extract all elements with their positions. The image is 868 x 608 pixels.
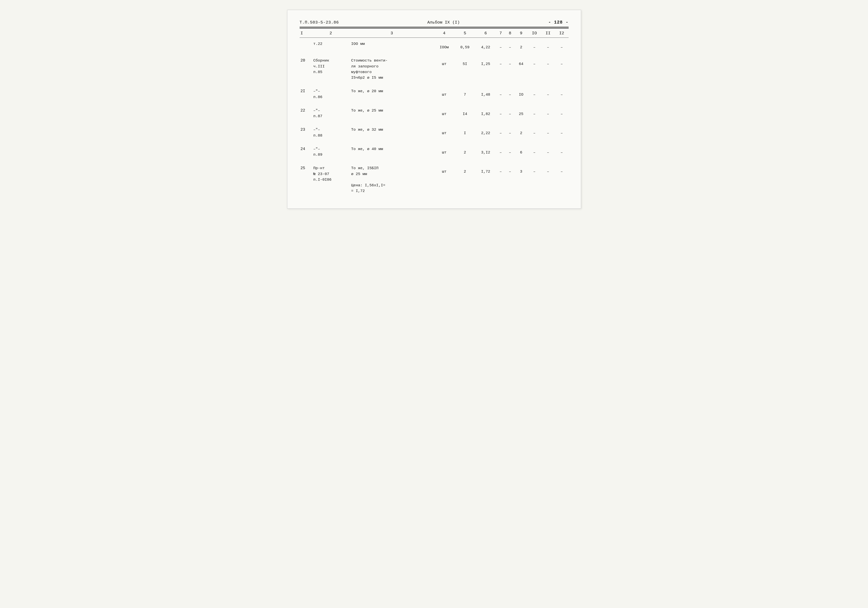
spacer-row	[300, 159, 569, 162]
cell-qty: 5I	[454, 54, 475, 82]
cell-ref: –"–п.87	[312, 104, 350, 121]
cell-col10: –	[527, 85, 541, 101]
cell-ref: –"–п.86	[312, 85, 350, 101]
cell-col7: –	[496, 124, 505, 140]
col-header-5: 5	[454, 28, 475, 38]
cell-col9: 6	[515, 143, 528, 159]
spacer-row	[300, 121, 569, 124]
cell-unit: шт	[434, 124, 455, 140]
col-header-3: 3	[350, 28, 434, 38]
cell-col8: –	[505, 85, 515, 101]
cell-col9: 2	[515, 38, 528, 52]
cell-col7: –	[496, 104, 505, 121]
cell-col8: –	[505, 124, 515, 140]
col-header-1: I	[300, 28, 312, 38]
cell-desc: Стоимость венти-ля запорногомуфтовогоI5ч…	[350, 54, 434, 82]
cell-col12: –	[555, 104, 569, 121]
cell-num: 23	[300, 124, 312, 140]
cell-col7: –	[496, 54, 505, 82]
table-row: 22–"–п.87То же, ø 25 ммштI4I,82––25–––	[300, 104, 569, 121]
cell-col9: 3	[515, 162, 528, 195]
cell-col8: –	[505, 162, 515, 195]
table-row: 25Пр-нт№ 23-07п.I-0I86То же, I5БIПø 25 м…	[300, 162, 569, 195]
spacer-row	[300, 82, 569, 85]
cell-col8: –	[505, 104, 515, 121]
cell-price: 3,I2	[475, 143, 496, 159]
spacer-row	[300, 51, 569, 54]
cell-col8: –	[505, 38, 515, 52]
cell-col9: 2	[515, 124, 528, 140]
cell-qty: 2	[454, 162, 475, 195]
cell-price: I,48	[475, 85, 496, 101]
cell-col10: –	[527, 104, 541, 121]
column-header-row: I 2 3 4 5 6 7 8 9 IO II I2	[300, 28, 569, 38]
cell-col11: –	[541, 143, 555, 159]
cell-col11: –	[541, 54, 555, 82]
spacer-row	[300, 196, 569, 199]
cell-qty: 2	[454, 143, 475, 159]
cell-ref: –"–п.88	[312, 124, 350, 140]
cell-col7: –	[496, 162, 505, 195]
cell-col12: –	[555, 162, 569, 195]
cell-col7: –	[496, 85, 505, 101]
cell-qty: 0,59	[454, 38, 475, 52]
cell-desc: То же, ø 25 мм	[350, 104, 434, 121]
cell-unit: шт	[434, 143, 455, 159]
cell-unit: шт	[434, 104, 455, 121]
cell-col12: –	[555, 85, 569, 101]
cell-col11: –	[541, 38, 555, 52]
cell-num: 2I	[300, 85, 312, 101]
top-divider	[300, 27, 569, 27]
col-header-4: 4	[434, 28, 455, 38]
cell-num: 24	[300, 143, 312, 159]
cell-qty: I	[454, 124, 475, 140]
col-header-7: 7	[496, 28, 505, 38]
cell-unit: IOOм	[434, 38, 455, 52]
cell-desc: IOO мм	[350, 38, 434, 52]
cell-col7: –	[496, 143, 505, 159]
cell-col10: –	[527, 143, 541, 159]
cell-col7: –	[496, 38, 505, 52]
cell-price: 4,22	[475, 38, 496, 52]
table-row: 24–"–п.89То же, ø 40 ммшт23,I2––6–––	[300, 143, 569, 159]
cell-col12: –	[555, 54, 569, 82]
cell-ref: т.22	[312, 38, 350, 52]
page-container: Т.П.503-5-23.86 Альбом IX (I) - 128 - I …	[287, 10, 581, 208]
cell-price: 2,22	[475, 124, 496, 140]
cell-unit: шт	[434, 54, 455, 82]
main-table: I 2 3 4 5 6 7 8 9 IO II I2 т.22IOO ммIOO…	[300, 28, 569, 199]
cell-col8: –	[505, 143, 515, 159]
cell-desc: То же, ø 20 мм	[350, 85, 434, 101]
table-row: 23–"–п.88То же, ø 32 ммштI2,22––2–––	[300, 124, 569, 140]
page-header: Т.П.503-5-23.86 Альбом IX (I) - 128 -	[300, 20, 569, 25]
col-header-2: 2	[312, 28, 350, 38]
col-header-8: 8	[505, 28, 515, 38]
col-header-12: I2	[555, 28, 569, 38]
cell-price: I,72	[475, 162, 496, 195]
spacer-row	[300, 101, 569, 104]
cell-col8: –	[505, 54, 515, 82]
cell-col11: –	[541, 124, 555, 140]
table-row: 20Сборникч.IIIп.85Стоимость венти-ля зап…	[300, 54, 569, 82]
cell-num: 20	[300, 54, 312, 82]
cell-col11: –	[541, 104, 555, 121]
cell-num	[300, 38, 312, 52]
cell-num: 25	[300, 162, 312, 195]
cell-desc: То же, ø 32 мм	[350, 124, 434, 140]
album-title: Альбом IX (I)	[427, 20, 460, 25]
col-header-6: 6	[475, 28, 496, 38]
cell-num: 22	[300, 104, 312, 121]
cell-col12: –	[555, 124, 569, 140]
doc-code: Т.П.503-5-23.86	[300, 20, 339, 25]
cell-desc: То же, I5БIПø 25 ммЦена: I,56хI,I== I,72	[350, 162, 434, 195]
cell-ref: Пр-нт№ 23-07п.I-0I86	[312, 162, 350, 195]
page-number: - 128 -	[548, 20, 569, 25]
col-header-9: 9	[515, 28, 528, 38]
cell-col12: –	[555, 38, 569, 52]
cell-qty: I4	[454, 104, 475, 121]
col-header-11: II	[541, 28, 555, 38]
table-row: т.22IOO ммIOOм0,594,22––2–––	[300, 38, 569, 52]
cell-price: I,25	[475, 54, 496, 82]
cell-col9: 64	[515, 54, 528, 82]
cell-desc: То же, ø 40 мм	[350, 143, 434, 159]
